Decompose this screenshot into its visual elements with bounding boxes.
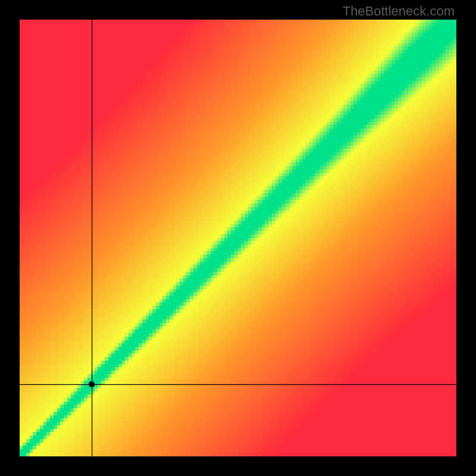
heatmap-canvas: [20, 20, 456, 456]
watermark-text: TheBottleneck.com: [343, 4, 455, 19]
chart-container: TheBottleneck.com: [0, 0, 476, 476]
heatmap-plot: [20, 20, 456, 456]
